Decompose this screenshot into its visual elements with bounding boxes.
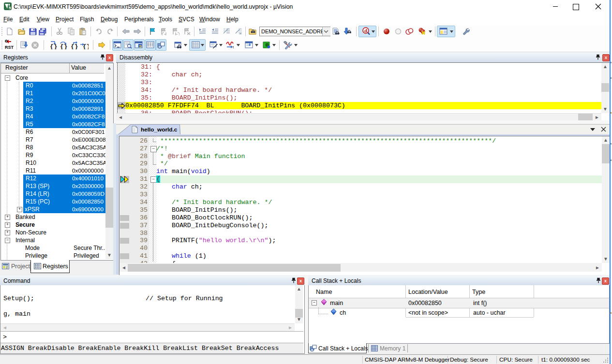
svg-text:S: S: [139, 44, 142, 48]
svg-text:{}: {}: [71, 43, 78, 49]
svg-text:{}: {}: [50, 43, 58, 49]
svg-text:5: 5: [9, 6, 11, 10]
svg-text:RST: RST: [5, 45, 14, 50]
svg-text:d: d: [364, 28, 367, 33]
svg-text:{}: {}: [83, 43, 89, 49]
svg-text:t: t: [233, 45, 234, 49]
svg-text:{}: {}: [60, 43, 68, 49]
